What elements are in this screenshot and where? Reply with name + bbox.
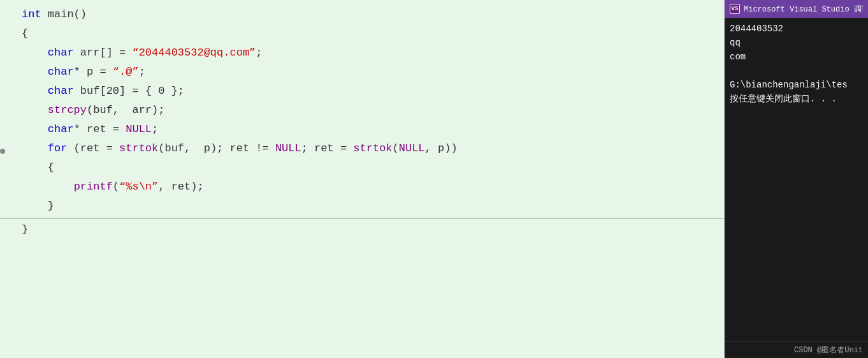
console-panel: VS Microsoft Visual Studio 调试... 2044403… [725, 0, 868, 358]
code-content-11: } [11, 197, 54, 215]
function-strcpy: strcpy [48, 104, 87, 116]
code-line-7: char* ret = NULL; [0, 120, 724, 139]
keyword-char: char [48, 47, 74, 59]
output-line-4 [730, 64, 863, 78]
code-content-6: strcpy(buf, arr); [11, 101, 164, 119]
code-line-12: } [0, 220, 724, 239]
output-line-6: 按任意键关闭此窗口. . . [730, 92, 863, 106]
console-footer: CSDN @匿名者Unit [725, 341, 868, 358]
code-line-8: for (ret = strtok(buf, p); ret != NULL; … [0, 139, 724, 158]
code-content-4: char* p = “.@”; [11, 63, 145, 81]
output-line-3: com [730, 50, 863, 64]
code-editor: int main() { char arr[] = “2044403532@qq… [0, 0, 725, 358]
code-line-1: int main() [0, 5, 724, 24]
code-content-1: int main() [11, 6, 87, 24]
output-line-2: qq [730, 36, 863, 50]
string-literal: “2044403532@qq.com” [132, 47, 256, 59]
keyword-int: int [22, 8, 41, 20]
output-line-5: G:\bianchenganlaji\tes [730, 78, 863, 92]
console-output: 2044403532 qq com G:\bianchenganlaji\tes… [725, 18, 868, 341]
code-line-6: strcpy(buf, arr); [0, 101, 724, 120]
code-content-12: } [11, 221, 28, 239]
keyword-null2: NULL [399, 142, 425, 154]
function-printf: printf [74, 181, 113, 193]
keyword-for: for [48, 142, 68, 154]
string-literal: “.@” [113, 66, 139, 78]
code-line-5: char buf[20] = { 0 }; [0, 82, 724, 101]
code-content-2: { [11, 25, 28, 43]
footer-text: CSDN @匿名者Unit [794, 346, 863, 355]
code-content-10: printf(“%s\n”, ret); [11, 178, 204, 196]
keyword-char: char [48, 85, 74, 97]
keyword-char: char [48, 123, 74, 135]
bottom-divider [0, 218, 724, 219]
code-line-4: char* p = “.@”; [0, 63, 724, 82]
code-line-3: char arr[] = “2044403532@qq.com”; [0, 43, 724, 63]
string-format: “%s\n” [119, 181, 158, 193]
console-titlebar: VS Microsoft Visual Studio 调试... [725, 0, 868, 18]
code-line-11: } [0, 197, 724, 216]
code-content-7: char* ret = NULL; [11, 121, 158, 138]
vs-icon: VS [730, 4, 740, 14]
code-content-3: char arr[] = “2044403532@qq.com”; [11, 44, 263, 62]
console-title: Microsoft Visual Studio 调试... [744, 4, 863, 15]
code-text: { [22, 27, 28, 40]
function-strtok2: strtok [353, 142, 392, 154]
code-line-9: { [0, 158, 724, 177]
code-line-10: printf(“%s\n”, ret); [0, 177, 724, 197]
keyword-char: char [48, 66, 74, 78]
code-content-9: { [11, 159, 54, 177]
code-content-5: char buf[20] = { 0 }; [11, 82, 184, 100]
code-line-2: { [0, 24, 724, 43]
function-strtok: strtok [119, 142, 158, 154]
code-text: main() [41, 8, 87, 20]
output-line-1: 2044403532 [730, 22, 863, 36]
keyword-null: NULL [126, 123, 152, 135]
code-content-8: for (ret = strtok(buf, p); ret != NULL; … [11, 140, 458, 158]
keyword-null: NULL [275, 142, 301, 154]
